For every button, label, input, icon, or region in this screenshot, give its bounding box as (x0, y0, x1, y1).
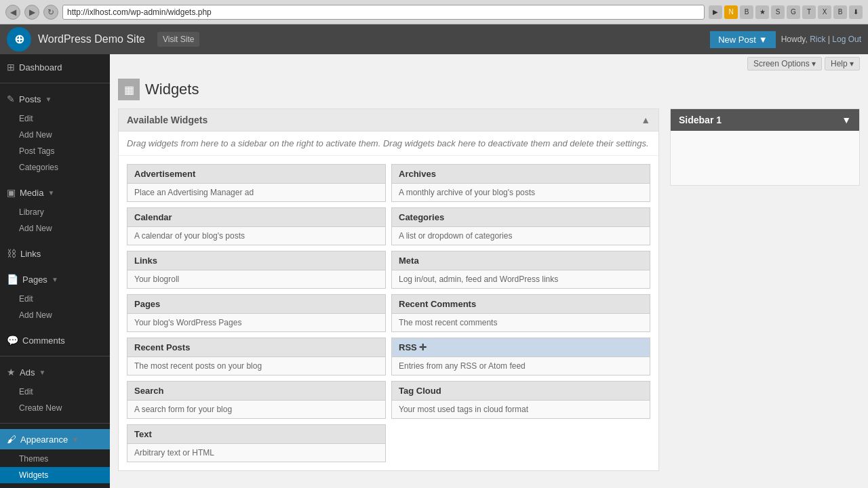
widget-meta[interactable]: Meta Log in/out, admin, feed and WordPre… (391, 251, 650, 289)
sidebar1-header[interactable]: Sidebar 1 ▼ (671, 109, 859, 131)
sidebar-item-pages[interactable]: 📄 Pages ▼ (0, 269, 110, 289)
sidebar-sub-ads-edit[interactable]: Edit (0, 384, 110, 400)
browser-icon-10[interactable]: ⬇ (849, 5, 863, 19)
user-link[interactable]: Rick (810, 35, 825, 44)
sidebar-sub-editor[interactable]: Editor (0, 483, 110, 488)
widget-pages[interactable]: Pages Your blog's WordPress Pages (127, 294, 386, 332)
browser-bar: ◀ ▶ ↻ http://ixlhost.com/wp-admin/widget… (0, 0, 868, 24)
ads-submenu: Edit Create New (0, 382, 110, 418)
page-icon: ▦ (118, 79, 140, 100)
sidebar-section-links: ⛓ Links (0, 241, 110, 266)
logout-link[interactable]: Log Out (832, 35, 861, 44)
sidebar1-title: Sidebar 1 (679, 115, 722, 125)
widget-recent-comments[interactable]: Recent Comments The most recent comments (391, 294, 650, 332)
sidebar-sub-media-library[interactable]: Library (0, 204, 110, 220)
sidebar-sub-pages-add-new[interactable]: Add New (0, 307, 110, 323)
widget-calendar[interactable]: Calendar A calendar of your blog's posts (127, 207, 386, 245)
widgets-grid: Advertisement Place an Advertising Manag… (119, 156, 658, 470)
sidebar-item-links[interactable]: ⛓ Links (0, 243, 110, 264)
available-widgets-header: Available Widgets ▲ (119, 109, 658, 131)
widget-tag-cloud[interactable]: Tag Cloud Your most used tags in cloud f… (391, 381, 650, 419)
appearance-icon: 🖌 (7, 434, 16, 445)
widget-archives[interactable]: Archives A monthly archive of your blog'… (391, 164, 650, 202)
browser-toolbar: ▶ N B ★ S G T X B ⬇ (709, 5, 863, 19)
available-widgets-title: Available Widgets (127, 115, 208, 125)
media-icon: ▣ (7, 187, 16, 198)
browser-icon-8[interactable]: X (818, 5, 831, 19)
sidebar-item-label-appearance: Appearance (20, 434, 68, 445)
site-title: WordPress Demo Site (38, 33, 145, 45)
sidebar-sub-themes[interactable]: Themes (0, 451, 110, 467)
top-actions-bar: Screen Options ▾ Help ▾ (110, 54, 868, 73)
sidebar-sub-widgets[interactable]: Widgets (0, 467, 110, 483)
sidebar-item-media[interactable]: ▣ Media ▼ (0, 182, 110, 203)
widget-links[interactable]: Links Your blogroll (127, 251, 386, 289)
sidebar-sub-posts-edit[interactable]: Edit (0, 110, 110, 127)
browser-icon-3[interactable]: B (740, 5, 753, 19)
sidebar-sub-posts-add-new[interactable]: Add New (0, 127, 110, 143)
sidebar-section-media: ▣ Media ▼ Library Add New (0, 180, 110, 241)
sidebar-section-comments: 💬 Comments (0, 327, 110, 353)
widget-links-header: Links (127, 251, 385, 270)
widget-categories[interactable]: Categories A list or dropdown of categor… (391, 207, 650, 245)
browser-icon-4[interactable]: ★ (755, 5, 769, 19)
browser-icon-2[interactable]: N (724, 5, 738, 19)
sidebar-item-label-pages: Pages (22, 274, 47, 285)
sidebar-sub-posts-tags[interactable]: Post Tags (0, 143, 110, 159)
widget-rss-desc: Entries from any RSS or Atom feed (392, 357, 650, 375)
widget-rss[interactable]: RSS ✛ Entries from any RSS or Atom feed (391, 338, 650, 375)
sidebar-item-comments[interactable]: 💬 Comments (0, 330, 110, 350)
widget-recent-posts[interactable]: Recent Posts The most recent posts on yo… (127, 338, 386, 375)
refresh-button[interactable]: ↻ (43, 5, 58, 20)
sidebar-item-dashboard[interactable]: ⊞ Dashboard (0, 57, 110, 77)
sidebar-item-appearance[interactable]: 🖌 Appearance ▼ (0, 429, 110, 449)
sidebar-item-ads[interactable]: ★ Ads ▼ (0, 362, 110, 382)
ads-toggle-icon: ▼ (39, 369, 45, 376)
sidebar-sub-posts-categories[interactable]: Categories (0, 159, 110, 176)
widget-calendar-desc: A calendar of your blog's posts (127, 227, 385, 245)
widget-recent-comments-desc: The most recent comments (392, 314, 650, 331)
browser-icon-6[interactable]: G (787, 5, 800, 19)
appearance-submenu: Themes Widgets Editor Add New Themes Cus… (0, 449, 110, 488)
widget-meta-header: Meta (392, 251, 650, 270)
help-button[interactable]: Help ▾ (825, 57, 860, 70)
widget-search-header: Search (127, 382, 385, 401)
widget-archives-header: Archives (392, 165, 650, 184)
posts-icon: ✎ (7, 94, 15, 104)
wp-layout: ⊞ Dashboard ✎ Posts ▼ Edit Add New Post … (0, 54, 868, 488)
sidebar-sub-ads-create-new[interactable]: Create New (0, 400, 110, 416)
sidebar-item-label-dashboard: Dashboard (19, 62, 62, 73)
sidebar-sub-media-add-new[interactable]: Add New (0, 220, 110, 237)
sidebar-divider-2 (0, 356, 110, 357)
widget-text[interactable]: Text Arbitrary text or HTML (127, 424, 386, 462)
new-post-button[interactable]: New Post ▼ (710, 31, 776, 48)
visit-site-button[interactable]: Visit Site (157, 32, 199, 47)
address-bar[interactable]: http://ixlhost.com/wp-admin/widgets.php (62, 5, 705, 20)
wp-main-content: Screen Options ▾ Help ▾ ▦ Widgets Availa… (110, 54, 868, 488)
sidebar-section-posts: ✎ Posts ▼ Edit Add New Post Tags Categor… (0, 86, 110, 180)
widget-categories-desc: A list or dropdown of categories (392, 227, 650, 245)
widget-advertisement[interactable]: Advertisement Place an Advertising Manag… (127, 164, 386, 202)
browser-icon-7[interactable]: T (802, 5, 816, 19)
widget-pages-desc: Your blog's WordPress Pages (127, 314, 385, 331)
sidebar-item-label-ads: Ads (20, 367, 35, 378)
wp-admin-bar: ⊕ WordPress Demo Site Visit Site New Pos… (0, 24, 868, 54)
site-logo-area: ⊕ WordPress Demo Site Visit Site (7, 27, 199, 52)
browser-icon-1[interactable]: ▶ (709, 5, 722, 19)
available-widgets-panel: Available Widgets ▲ Drag widgets from he… (118, 108, 659, 471)
wp-logo[interactable]: ⊕ (7, 27, 31, 52)
browser-icon-5[interactable]: S (771, 5, 785, 19)
sidebar-sub-pages-edit[interactable]: Edit (0, 291, 110, 307)
media-toggle-icon: ▼ (47, 189, 54, 197)
forward-button[interactable]: ▶ (24, 5, 39, 20)
sidebar-item-posts[interactable]: ✎ Posts ▼ (0, 89, 110, 109)
widget-text-desc: Arbitrary text or HTML (127, 444, 385, 462)
widgets-content-area: Available Widgets ▲ Drag widgets from he… (110, 103, 868, 476)
browser-icon-9[interactable]: B (833, 5, 847, 19)
widget-search[interactable]: Search A search form for your blog (127, 381, 386, 419)
back-button[interactable]: ◀ (5, 5, 20, 20)
available-widgets-close-icon[interactable]: ▲ (641, 115, 650, 125)
widget-calendar-header: Calendar (127, 208, 385, 227)
sidebar1-panel: Sidebar 1 ▼ (670, 108, 860, 471)
screen-options-button[interactable]: Screen Options ▾ (747, 57, 822, 70)
